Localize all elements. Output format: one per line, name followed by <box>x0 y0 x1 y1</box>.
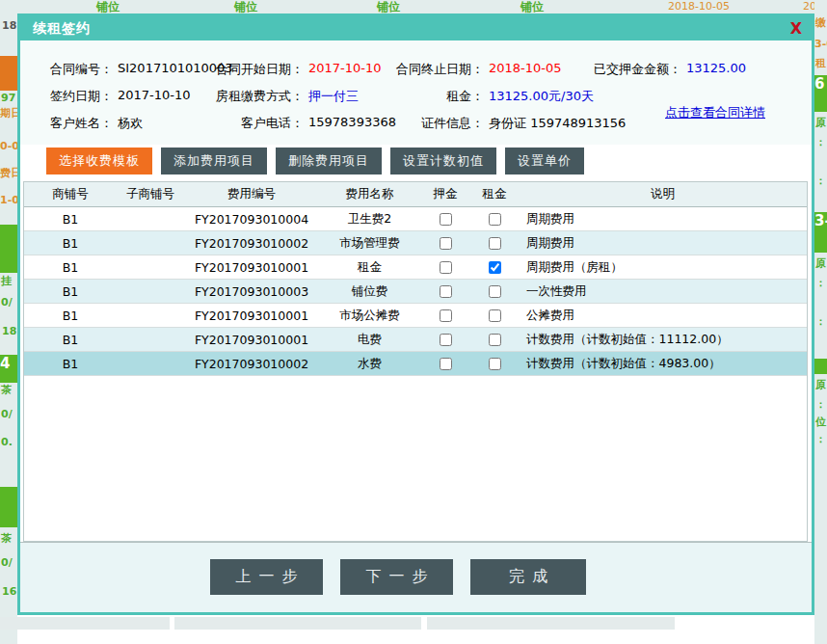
contract-form: 合同编号： SI2017101010003 合同开始日期： 2017-10-10… <box>20 40 812 145</box>
bg-fragment: 0-0 <box>0 141 19 152</box>
view-contract-link[interactable]: 点击查看合同详情 <box>665 104 765 121</box>
rent-checkbox[interactable] <box>489 285 501 298</box>
bg-fragment: ： <box>815 316 826 328</box>
cell-fee-no: FY2017093010003 <box>184 280 319 303</box>
cell-sub-shop-no <box>117 328 184 351</box>
cell-description: 周期费用 <box>519 207 807 230</box>
table-row[interactable]: B1 FY2017093010004 卫生费2 周期费用 <box>24 207 807 231</box>
field-label: 已交押金金额： <box>560 61 681 77</box>
table-row[interactable]: B1 FY2017093010002 水费 计数费用（计数初始值：4983.00… <box>24 352 807 376</box>
bg-fragment: 18 <box>2 326 16 337</box>
bg-fragment: 缴 <box>815 17 826 29</box>
cell-fee-no: FY2017093010002 <box>184 231 319 255</box>
cell-sub-shop-no <box>117 280 184 303</box>
deposit-checkbox[interactable] <box>440 213 452 226</box>
rent-checkbox[interactable] <box>489 261 501 274</box>
stall-column-label: 铺位 <box>520 1 544 13</box>
delete-fee-item-button[interactable]: 删除费用项目 <box>276 148 382 174</box>
cell-fee-name: 市场管理费 <box>319 231 420 255</box>
cell-description: 周期费用（房租） <box>519 255 807 279</box>
set-unit-price-button[interactable]: 设置单价 <box>505 148 584 174</box>
cell-sub-shop-no <box>117 207 184 230</box>
deposit-checkbox[interactable] <box>440 358 452 370</box>
id-info-field: 证件信息： 身份证 159748913156 <box>375 115 626 131</box>
rent-checkbox[interactable] <box>489 213 501 226</box>
stall-column-label: 铺位 <box>377 1 400 13</box>
id-info-value: 身份证 159748913156 <box>489 115 626 131</box>
finish-button[interactable]: 完成 <box>470 559 586 595</box>
rent-checkbox[interactable] <box>489 358 501 370</box>
bg-fragment: 18 <box>2 20 16 32</box>
renew-contract-dialog: 续租签约 X 合同编号： SI2017101010003 合同开始日期： 201… <box>17 13 814 615</box>
table-header: 商铺号 子商铺号 费用编号 费用名称 押金 租金 说明 <box>24 182 807 207</box>
rent-checkbox[interactable] <box>489 334 501 346</box>
end-date-field: 合同终止日期： 2018-10-05 <box>375 61 562 77</box>
cell-fee-name: 水费 <box>319 352 420 375</box>
customer-name-field: 客户姓名： 杨欢 <box>20 115 143 131</box>
col-header-description: 说明 <box>519 182 807 206</box>
customer-name-value: 杨欢 <box>118 115 143 131</box>
background-bottom-strip <box>17 615 814 644</box>
table-row[interactable]: B1 FY2017093010001 租金 周期费用（房租） <box>24 255 807 280</box>
cell-shop-no: B1 <box>24 304 117 327</box>
bg-fragment: 0/ <box>1 557 13 569</box>
sign-date-field: 签约日期： 2017-10-10 <box>20 88 191 104</box>
field-label: 合同终止日期： <box>375 61 484 77</box>
cell-shop-no: B1 <box>24 352 117 375</box>
field-label: 租金： <box>375 88 484 104</box>
fee-table: 商铺号 子商铺号 费用编号 费用名称 押金 租金 说明 B1 FY2017093… <box>23 181 808 542</box>
col-header-fee-no: 费用编号 <box>184 182 319 206</box>
bg-fragment: 1-0 <box>0 195 19 206</box>
col-header-rent: 租金 <box>470 182 519 206</box>
add-fee-item-button[interactable]: 添加费用项目 <box>161 148 267 174</box>
end-date-value: 2018-10-05 <box>489 61 562 77</box>
bg-block <box>174 617 421 630</box>
rent-checkbox[interactable] <box>489 237 501 250</box>
rent-checkbox[interactable] <box>489 309 501 322</box>
deposit-checkbox[interactable] <box>440 334 452 346</box>
bg-fragment: ： <box>815 434 826 445</box>
cell-sub-shop-no <box>117 231 184 255</box>
rent-value: 13125.00元/30天 <box>489 88 594 104</box>
bg-stall-block: 4 <box>0 355 17 383</box>
cell-fee-no: FY2017093010001 <box>184 328 319 351</box>
stall-column-label: 铺位 <box>96 1 120 13</box>
dialog-titlebar: 续租签约 X <box>20 16 812 40</box>
bg-fragment: 97 <box>1 93 15 104</box>
field-label: 合同开始日期： <box>194 61 304 77</box>
set-counter-initial-button[interactable]: 设置计数初值 <box>390 148 496 174</box>
cell-description: 公摊费用 <box>519 304 807 327</box>
deposit-checkbox[interactable] <box>440 309 452 322</box>
select-fee-template-button[interactable]: 选择收费模板 <box>46 148 152 174</box>
bg-fragment: 茶 <box>1 533 12 545</box>
bg-fragment: 0/ <box>1 297 13 309</box>
deposit-paid-field: 已交押金金额： 13125.00 <box>560 61 746 77</box>
table-row[interactable]: B1 FY2017093010001 电费 计数费用（计数初始值：11112.0… <box>24 328 807 352</box>
bg-block <box>0 617 170 630</box>
payment-method-field: 房租缴费方式： 押一付三 <box>194 88 359 104</box>
bg-fragment: ： <box>815 278 826 289</box>
table-row[interactable]: B1 FY2017093010002 市场管理费 周期费用 <box>24 231 807 255</box>
field-label: 客户电话： <box>194 115 304 131</box>
fee-toolbar: 选择收费模板 添加费用项目 删除费用项目 设置计数初值 设置单价 <box>46 148 584 174</box>
cell-description: 计数费用（计数初始值：11112.00） <box>519 328 807 351</box>
next-step-button[interactable]: 下一步 <box>340 559 453 595</box>
deposit-checkbox[interactable] <box>440 237 452 250</box>
bg-orange-block <box>0 56 17 91</box>
deposit-checkbox[interactable] <box>440 285 452 298</box>
close-icon[interactable]: X <box>790 19 802 38</box>
prev-step-button[interactable]: 上一步 <box>210 559 323 595</box>
cell-shop-no: B1 <box>24 328 117 351</box>
sign-date-value: 2017-10-10 <box>118 88 191 104</box>
table-row[interactable]: B1 FY2017093010003 铺位费 一次性费用 <box>24 280 807 304</box>
deposit-paid-value: 13125.00 <box>686 61 746 77</box>
bg-stall-block <box>0 487 17 527</box>
cell-fee-name: 市场公摊费 <box>319 304 420 327</box>
cell-sub-shop-no <box>117 352 184 375</box>
table-row[interactable]: B1 FY2017093010001 市场公摊费 公摊费用 <box>24 304 807 328</box>
start-date-value: 2017-10-10 <box>308 61 382 77</box>
rent-field: 租金： 13125.00元/30天 <box>375 88 594 104</box>
cell-description: 计数费用（计数初始值：4983.00） <box>519 352 807 375</box>
cell-fee-no: FY2017093010002 <box>184 352 319 375</box>
deposit-checkbox[interactable] <box>440 261 452 274</box>
